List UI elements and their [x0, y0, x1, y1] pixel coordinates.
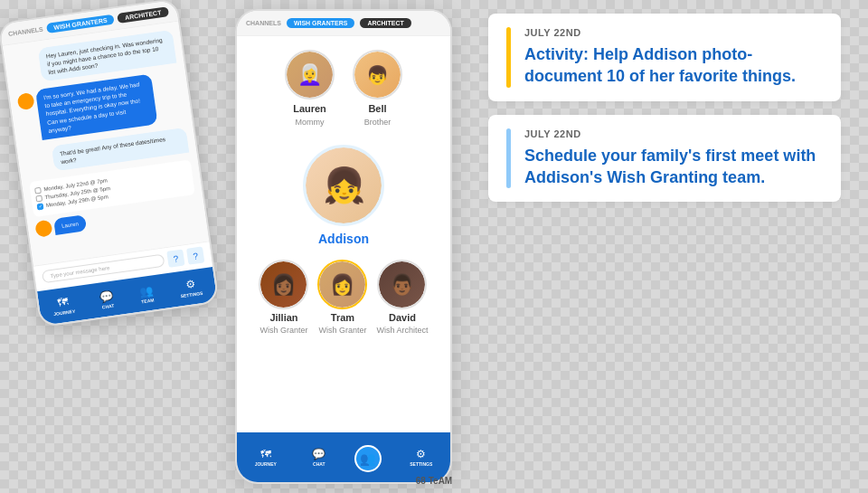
chat-icon-left: 💬 — [99, 289, 115, 303]
chat-area: Hey Lauren, just checking in. Was wonder… — [3, 22, 211, 276]
tram-role: Wish Granter — [318, 326, 366, 335]
phone-main-content: 👩‍🦳 Lauren Mommy 👦 Bell Brother 👧 ★ ★ — [237, 36, 450, 348]
team-label-left: TEAM — [141, 297, 155, 304]
chat-label-left: CHAT — [101, 302, 114, 309]
card-accent-blue — [506, 128, 511, 189]
avatar-lauren: 👩‍🦳 — [285, 50, 335, 100]
architect-tab-left[interactable]: ARCHITECT — [118, 6, 169, 24]
activity-card-1: JULY 22ND Activity: Help Addison photo-d… — [488, 14, 841, 101]
footer-chat-main[interactable]: 💬 CHAT — [312, 448, 326, 467]
phone-left: CHANNELS WISH GRANTERS ARCHITECT Hey Lau… — [0, 0, 220, 327]
tram-face: 👩 — [319, 261, 365, 308]
team-icon-symbol: 👥 — [360, 451, 375, 466]
right-section: JULY 22ND Activity: Help Addison photo-d… — [488, 14, 841, 215]
granter-david: 👨🏾 David Wish Architect — [376, 260, 428, 335]
phone-main-header: CHANNELS WISH GRANTERS ARCHITECT — [237, 11, 450, 36]
journey-label-left: JOURNEY — [53, 308, 76, 316]
journey-icon-main: 🗺 — [260, 448, 271, 460]
avatar-lauren-small-2 — [34, 219, 52, 237]
david-role: Wish Architect — [376, 326, 428, 335]
channels-label-left: CHANNELS — [8, 26, 43, 37]
help-icon-2[interactable]: ? — [186, 246, 204, 264]
lauren-face: 👩‍🦳 — [287, 52, 333, 98]
footer-chat-left[interactable]: 💬 CHAT — [99, 289, 116, 309]
footer-journey-left[interactable]: 🗺 JOURNEY — [52, 294, 76, 316]
bell-face: 👦 — [354, 52, 401, 98]
checkbox-2[interactable] — [35, 195, 42, 203]
wish-granters-tab-main[interactable]: WISH GRANTERS — [287, 18, 355, 28]
footer-journey-main[interactable]: 🗺 JOURNEY — [255, 448, 277, 467]
settings-label-main: SETTINGS — [410, 461, 432, 467]
footer-settings-main[interactable]: ⚙ SETTINGS — [410, 448, 432, 467]
jillian-name: Jillian — [269, 312, 297, 323]
tram-name: Tram — [331, 312, 354, 323]
granter-jillian: 👩🏾 Jillian Wish Granter — [259, 260, 308, 335]
granters-row: 👩🏾 Jillian Wish Granter 👩 Tram Wish Gran… — [259, 260, 428, 335]
footer-team-main[interactable]: 👥 TEAM — [362, 447, 374, 469]
settings-icon-left: ⚙ — [184, 278, 196, 291]
card-date-2: JULY 22ND — [524, 128, 823, 139]
lauren-role: Mommy — [296, 118, 325, 127]
settings-label-left: SETTINGS — [180, 289, 203, 298]
avatar-lauren-small — [17, 92, 35, 110]
team-icon-left: 👥 — [138, 283, 154, 298]
card-content-1: JULY 22ND Activity: Help Addison photo-d… — [524, 27, 823, 88]
card-title-1: Activity: Help Addison photo-document 10… — [524, 43, 823, 88]
channels-label-main: CHANNELS — [246, 20, 281, 26]
addison-section: 👧 ★ ★ ★ ★ Addison — [303, 145, 384, 246]
bubble-left-2: Lauren — [53, 214, 87, 235]
avatar-bell: 👦 — [353, 50, 402, 100]
jillian-face: 👩🏾 — [260, 261, 307, 308]
card-content-2: JULY 22ND Schedule your family's first m… — [524, 128, 823, 189]
checkbox-3[interactable]: ✓ — [37, 203, 44, 210]
team-icon-active: 👥 — [354, 445, 382, 472]
avatar-jillian: 👩🏾 — [259, 260, 308, 309]
card-title-2: Schedule your family's first meet with A… — [524, 145, 823, 189]
settings-icon-main: ⚙ — [416, 448, 426, 460]
bell-role: Brother — [364, 118, 392, 127]
card-accent-yellow — [506, 27, 511, 88]
bell-name: Bell — [368, 103, 386, 114]
team-member-bell: 👦 Bell Brother — [353, 50, 402, 127]
family-row: 👩‍🦳 Lauren Mommy 👦 Bell Brother — [285, 50, 402, 127]
phone-main-footer: 🗺 JOURNEY 💬 CHAT 👥 TEAM ⚙ SETTINGS — [237, 432, 450, 482]
bottom-badge: 68 TeAM — [416, 476, 452, 486]
david-name: David — [389, 312, 416, 323]
activity-card-2: JULY 22ND Schedule your family's first m… — [488, 115, 841, 203]
lauren-name: Lauren — [293, 103, 326, 114]
journey-icon-left: 🗺 — [57, 295, 70, 309]
footer-team-left[interactable]: 👥 TEAM — [138, 283, 155, 304]
phone-main: CHANNELS WISH GRANTERS ARCHITECT 👩‍🦳 Lau… — [235, 9, 452, 484]
star-decorations: ★ ★ ★ ★ — [306, 223, 382, 226]
footer-settings-left[interactable]: ⚙ SETTINGS — [178, 277, 203, 299]
team-member-lauren: 👩‍🦳 Lauren Mommy — [285, 50, 335, 127]
addison-name: Addison — [318, 232, 369, 246]
journey-label-main: JOURNEY — [255, 461, 277, 467]
jillian-role: Wish Granter — [259, 326, 307, 335]
avatar-addison: 👧 ★ ★ ★ ★ — [303, 145, 384, 226]
chat-icon-main: 💬 — [312, 448, 326, 460]
david-face: 👨🏾 — [379, 261, 425, 308]
addison-face: 👧 — [306, 147, 382, 223]
chat-label-main: CHAT — [313, 461, 326, 467]
help-icon-1[interactable]: ? — [166, 250, 184, 268]
checkbox-1[interactable] — [34, 187, 42, 194]
architect-tab-main[interactable]: ARCHITECT — [360, 18, 410, 28]
wish-granters-tab-left[interactable]: WISH GRANTERS — [46, 14, 115, 33]
card-date-1: JULY 22ND — [524, 27, 823, 38]
granter-tram: 👩 Tram Wish Granter — [317, 260, 367, 335]
avatar-tram: 👩 — [317, 260, 367, 309]
avatar-david: 👨🏾 — [377, 260, 427, 309]
bubble-left-1: I'm so sorry. We had a delay. We had to … — [35, 74, 157, 140]
